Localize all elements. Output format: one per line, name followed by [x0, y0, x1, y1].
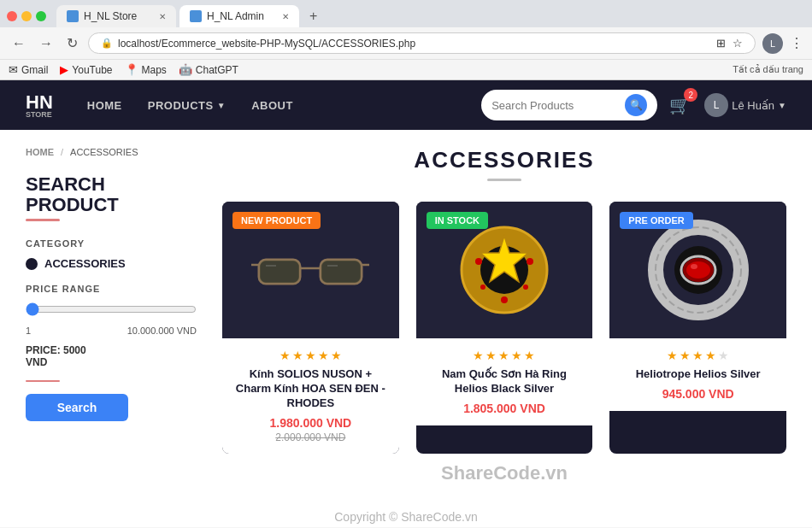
bookmark-chatgpt[interactable]: 🤖 ChatGPT — [179, 63, 238, 76]
category-accessories[interactable]: ACCESSORIES — [26, 257, 197, 270]
price-range-title: PRICE RANGE — [26, 284, 197, 294]
more-options-icon[interactable]: ⋮ — [790, 35, 803, 51]
svg-point-15 — [480, 285, 485, 290]
search-button[interactable]: Search — [26, 394, 128, 421]
bookmark-chatgpt-label: ChatGPT — [196, 64, 238, 76]
sharecode-text: ShareCode.vn — [441, 462, 568, 484]
all-bookmarks[interactable]: Tất cả dấu trang — [733, 64, 803, 75]
products-grid: NEW PRODUCT — [222, 202, 786, 454]
svg-point-14 — [501, 296, 508, 303]
copyright-text: Copyright © ShareCode.vn — [334, 510, 478, 524]
product-info-3: ★ ★ ★ ★ ★ Heliotrope Helios Silver 945.0… — [609, 338, 786, 411]
product-name-2: Nam Quốc Sơn Hà Ring Helios Black Silver — [427, 367, 583, 396]
category-section-title: CATEGORY — [26, 238, 197, 249]
bookmark-gmail[interactable]: ✉ Gmail — [9, 63, 48, 76]
product-name-1: Kính SOLIOS NUSON + Charm Kính HOA SEN Đ… — [232, 367, 389, 411]
product-badge-3: PRE ORDER — [620, 212, 692, 229]
main-content: ACCESSORIES NEW PRODUCT — [222, 147, 786, 484]
product-name-3: Heliotrope Helios Silver — [620, 367, 776, 382]
stars-3: ★ ★ ★ ★ ★ — [620, 349, 776, 362]
range-max: 10.000.000 VND — [127, 326, 197, 336]
price-range-slider[interactable] — [26, 302, 197, 316]
profile-icon: L — [762, 33, 783, 54]
sidebar: HOME / ACCESSORIES SEARCH PRODUCT CATEGO… — [26, 147, 197, 484]
price-label: PRICE: 5000 — [26, 344, 86, 356]
sidebar-divider — [26, 380, 60, 382]
brand-store: STORE — [26, 110, 53, 119]
glasses-svg — [250, 236, 370, 304]
youtube-icon: ▶ — [60, 63, 68, 76]
product-price-1: 1.980.000 VND — [232, 416, 389, 430]
price-display: PRICE: 5000 VND — [26, 344, 197, 368]
nav-links: HOME PRODUCTS ▼ ABOUT — [87, 99, 481, 112]
watermark: Copyright © ShareCode.vn — [0, 502, 812, 527]
page-title-underline — [487, 179, 521, 181]
search-icon-button[interactable]: 🔍 — [625, 94, 647, 116]
product-info-1: ★ ★ ★ ★ ★ Kính SOLIOS NUSON + Charm Kính… — [222, 338, 399, 454]
svg-point-16 — [523, 285, 528, 290]
nav-home[interactable]: HOME — [87, 99, 122, 112]
address-bar-icons: ⊞ ☆ — [716, 37, 743, 50]
product-card-3[interactable]: PRE ORDER — [609, 202, 786, 454]
reload-button[interactable]: ↻ — [63, 33, 81, 53]
sidebar-title: SEARCH PRODUCT — [26, 174, 197, 215]
search-input[interactable] — [491, 99, 620, 112]
minimize-button[interactable] — [21, 11, 32, 21]
tab-favicon-1 — [67, 10, 79, 22]
svg-point-12 — [475, 258, 482, 265]
user-menu[interactable]: L Lê Huấn ▼ — [704, 93, 786, 117]
back-button[interactable]: ← — [9, 34, 29, 53]
tabs-bar: H_NL Store ✕ H_NL Admin ✕ + — [0, 0, 812, 27]
breadcrumb-current: ACCESSORIES — [70, 147, 138, 157]
maximize-button[interactable] — [36, 11, 46, 21]
close-button[interactable] — [7, 11, 17, 21]
radio-accessories[interactable] — [26, 258, 38, 270]
price-range-section: PRICE RANGE 1 10.000.000 VND PRICE: 5000… — [26, 284, 197, 368]
address-text: localhost/Ecommerce_website-PHP-MySQL/AC… — [118, 38, 415, 50]
price-unit: VND — [26, 356, 47, 368]
bookmark-star-icon[interactable]: ☆ — [733, 37, 743, 50]
bookmarks-bar: ✉ Gmail ▶ YouTube 📍 Maps 🤖 ChatGPT Tất c… — [0, 59, 812, 79]
category-accessories-label: ACCESSORIES — [44, 257, 126, 270]
tab-close-1[interactable]: ✕ — [159, 12, 166, 21]
cart-badge: 2 — [684, 88, 697, 102]
sidebar-underline — [26, 219, 60, 221]
bookmark-youtube-label: YouTube — [72, 64, 112, 76]
ring-red-svg — [647, 219, 750, 321]
nav-products-label: PRODUCTS — [148, 99, 214, 112]
sidebar-title-line2: PRODUCT — [26, 194, 119, 215]
product-badge-1: NEW PRODUCT — [232, 212, 321, 229]
svg-point-22 — [691, 264, 697, 269]
user-chevron-icon: ▼ — [778, 101, 786, 110]
avatar: L — [704, 93, 728, 117]
stars-1: ★ ★ ★ ★ ★ — [232, 349, 389, 362]
product-price-3: 945.000 VND — [620, 387, 776, 401]
breadcrumb-home[interactable]: HOME — [26, 147, 54, 157]
search-bar[interactable]: 🔍 — [481, 90, 657, 120]
nav-about[interactable]: ABOUT — [251, 99, 293, 112]
traffic-lights — [7, 11, 46, 21]
product-info-2: ★ ★ ★ ★ ★ Nam Quốc Sơn Hà Ring Helios Bl… — [416, 338, 593, 425]
browser-tab-1[interactable]: H_NL Store ✕ — [56, 5, 176, 27]
bookmark-youtube[interactable]: ▶ YouTube — [60, 63, 112, 76]
navbar: HN STORE HOME PRODUCTS ▼ ABOUT 🔍 🛒 2 L L… — [0, 80, 812, 130]
tab-close-2[interactable]: ✕ — [282, 12, 289, 21]
range-slider-wrap — [26, 302, 197, 319]
product-card-2[interactable]: IN STOCK — [416, 202, 593, 454]
range-values: 1 10.000.000 VND — [26, 326, 197, 336]
bookmark-maps[interactable]: 📍 Maps — [125, 63, 167, 76]
tab-favicon-2 — [190, 10, 202, 22]
address-bar[interactable]: 🔒 localhost/Ecommerce_website-PHP-MySQL/… — [88, 32, 756, 54]
maps-icon: 📍 — [125, 63, 138, 76]
navbar-brand[interactable]: HN STORE — [26, 91, 53, 119]
forward-button[interactable]: → — [36, 34, 56, 53]
browser-tab-2[interactable]: H_NL Admin ✕ — [179, 5, 299, 27]
new-tab-button[interactable]: + — [303, 5, 422, 27]
svg-rect-6 — [321, 261, 361, 283]
product-card-1[interactable]: NEW PRODUCT — [222, 202, 399, 454]
translate-icon: ⊞ — [716, 37, 726, 50]
site-wrapper: HN STORE HOME PRODUCTS ▼ ABOUT 🔍 🛒 2 L L… — [0, 80, 812, 527]
nav-products[interactable]: PRODUCTS ▼ — [148, 99, 226, 112]
cart-icon[interactable]: 🛒 2 — [669, 95, 691, 115]
bookmark-gmail-label: Gmail — [21, 64, 48, 76]
